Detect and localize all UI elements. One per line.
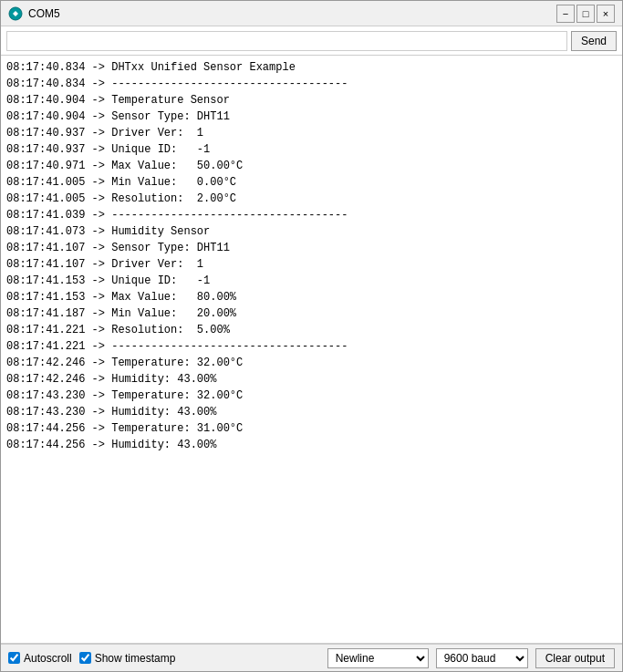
minimize-button[interactable]: −: [556, 5, 575, 23]
output-line: 08:17:40.904 -> Sensor Type: DHT11: [6, 109, 617, 125]
output-line: 08:17:41.039 -> ------------------------…: [6, 207, 617, 223]
output-line: 08:17:41.221 -> ------------------------…: [6, 338, 617, 355]
output-line: 08:17:41.153 -> Max Value: 80.00%: [6, 289, 617, 305]
window-controls: − □ ×: [556, 5, 615, 23]
output-line: 08:17:42.246 -> Humidity: 43.00%: [6, 371, 617, 388]
maximize-button[interactable]: □: [576, 5, 595, 23]
window-title: COM5: [28, 7, 556, 20]
output-line: 08:17:43.230 -> Temperature: 32.00°C: [6, 388, 617, 404]
baud-select[interactable]: 300 baud 1200 baud 2400 baud 4800 baud 9…: [436, 648, 528, 668]
output-line: 08:17:42.246 -> Temperature: 32.00°C: [6, 355, 617, 371]
output-line: 08:17:41.005 -> Min Value: 0.00°C: [6, 174, 617, 191]
autoscroll-checkbox[interactable]: [8, 652, 20, 664]
app-icon: [8, 6, 23, 21]
output-line: 08:17:40.834 -> ------------------------…: [6, 76, 617, 92]
output-line: 08:17:41.221 -> Resolution: 5.00%: [6, 322, 617, 338]
output-line: 08:17:40.834 -> DHTxx Unified Sensor Exa…: [6, 59, 617, 76]
output-line: 08:17:41.107 -> Driver Ver: 1: [6, 256, 617, 273]
output-line: 08:17:41.107 -> Sensor Type: DHT11: [6, 240, 617, 256]
output-line: 08:17:41.153 -> Unique ID: -1: [6, 273, 617, 289]
close-button[interactable]: ×: [597, 5, 615, 23]
output-line: 08:17:40.937 -> Driver Ver: 1: [6, 125, 617, 141]
send-button[interactable]: Send: [571, 31, 617, 51]
output-line: 08:17:40.937 -> Unique ID: -1: [6, 141, 617, 158]
output-line: 08:17:41.005 -> Resolution: 2.00°C: [6, 191, 617, 207]
show-timestamp-group: Show timestamp: [79, 652, 176, 665]
output-area[interactable]: 08:17:40.834 -> DHTxx Unified Sensor Exa…: [1, 56, 622, 644]
toolbar: Send: [1, 26, 622, 56]
output-line: 08:17:44.256 -> Temperature: 31.00°C: [6, 420, 617, 437]
output-line: 08:17:41.187 -> Min Value: 20.00%: [6, 305, 617, 322]
clear-output-button[interactable]: Clear output: [535, 648, 615, 668]
show-timestamp-label: Show timestamp: [95, 652, 176, 665]
output-line: 08:17:43.230 -> Humidity: 43.00%: [6, 404, 617, 420]
serial-monitor-window: COM5 − □ × Send 08:17:40.834 -> DHTxx Un…: [0, 0, 623, 672]
autoscroll-group: Autoscroll: [8, 652, 72, 665]
output-line: 08:17:41.073 -> Humidity Sensor: [6, 223, 617, 240]
output-line: 08:17:40.971 -> Max Value: 50.00°C: [6, 158, 617, 174]
show-timestamp-checkbox[interactable]: [79, 652, 91, 664]
output-line: 08:17:44.256 -> Humidity: 43.00%: [6, 437, 617, 453]
newline-select[interactable]: No line ending Newline Carriage return B…: [327, 648, 429, 668]
status-bar: Autoscroll Show timestamp No line ending…: [1, 644, 622, 671]
message-input[interactable]: [6, 31, 567, 51]
title-bar: COM5 − □ ×: [1, 1, 622, 26]
autoscroll-label: Autoscroll: [24, 652, 72, 665]
output-line: 08:17:40.904 -> Temperature Sensor: [6, 92, 617, 109]
